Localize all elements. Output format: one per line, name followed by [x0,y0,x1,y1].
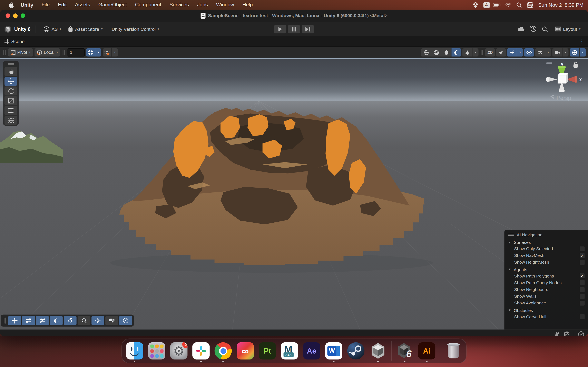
dock-word[interactable]: W [325,342,343,359]
navigation-overlay-toggle[interactable] [119,316,132,325]
grid-snap-overlay-toggle[interactable] [36,316,49,325]
control-center-icon[interactable] [526,1,534,8]
toolbar-drag-handle[interactable] [63,50,65,55]
checkbox-show-carve-hull[interactable] [579,314,585,319]
zoom-button[interactable] [21,13,25,18]
pause-button[interactable] [288,25,300,33]
dock-maya[interactable]: MAYA [281,342,298,359]
snap-increment-button[interactable] [103,48,112,57]
account-dropdown[interactable]: AS▾ [42,25,63,33]
validation-ok-icon[interactable] [578,331,584,336]
version-control-dropdown[interactable]: Unity Version Control▾ [109,25,161,33]
debug-bug-icon[interactable] [462,48,472,57]
menu-gameobject[interactable]: GameObject [94,0,131,10]
overlay-drag-handle[interactable] [4,318,6,324]
menu-app-name[interactable]: Unity [17,2,37,8]
battery-icon[interactable] [493,1,502,8]
layout-dropdown[interactable]: Layout▾ [553,25,583,33]
scene-visibility-eye-icon[interactable] [524,48,534,57]
gizmos-dropdown[interactable]: ▾ [580,48,586,57]
effects-sparkle-icon[interactable] [507,48,517,57]
overlay-drag-handle[interactable] [508,233,514,237]
dock-steam[interactable] [347,342,365,359]
menu-clock[interactable]: Sun Nov 2 8:39 PM [537,2,584,8]
menu-component[interactable]: Component [131,0,165,10]
view-hand-tool[interactable] [4,67,17,76]
search-icon[interactable] [542,26,548,32]
checkbox-show-navmesh[interactable] [579,253,585,258]
rect-tool[interactable] [4,106,17,115]
dock-finder[interactable] [126,342,144,359]
toggle-2d-view[interactable]: 2D [485,48,495,57]
checkbox-show-neighbours[interactable] [579,287,585,292]
checkbox-show-only-selected[interactable] [579,246,585,252]
menu-assets[interactable]: Assets [71,0,94,10]
grid-snap-dropdown[interactable]: ▾ [95,48,101,57]
minimize-button[interactable] [13,13,17,18]
shading-textured-icon[interactable] [451,48,461,57]
cache-disabled-icon[interactable] [564,331,570,336]
menu-help[interactable]: Help [238,0,257,10]
cameras-overlay-toggle[interactable] [105,316,118,325]
section-obstacles[interactable]: ▼Obstacles [504,307,588,313]
unity-menu-extra-icon[interactable] [471,1,480,8]
rotate-tool[interactable] [4,86,17,95]
toggle-audio-icon[interactable] [496,48,506,57]
layers-dropdown[interactable]: ▾ [545,48,551,57]
pivot-mode-dropdown[interactable]: Pivot▾ [8,48,33,57]
debug-draw-dropdown[interactable]: ▾ [472,48,478,57]
apple-menu-icon[interactable] [5,2,17,8]
close-button[interactable] [6,13,10,18]
asset-store-dropdown[interactable]: Asset Store▾ [66,25,105,33]
dock-adobe-creative-cloud[interactable]: ∞ [236,342,254,359]
dock-system-settings[interactable]: ⚙2 [170,342,188,359]
dock-trash[interactable] [444,342,462,359]
cloud-services-icon[interactable] [517,26,525,32]
section-agents[interactable]: ▼Agents [504,266,588,272]
shading-shaded-wireframe-icon[interactable] [431,48,441,57]
effects-dropdown[interactable]: ▾ [517,48,523,57]
checkbox-show-path-query-nodes[interactable] [579,280,585,286]
dock-substance-painter[interactable]: Pt [259,342,277,359]
left-axis-cone[interactable] [548,77,557,82]
menu-window[interactable]: Window [212,0,238,10]
gizmos-icon[interactable] [570,48,579,57]
step-button[interactable] [302,25,314,33]
section-surfaces[interactable]: ▼Surfaces [504,239,588,245]
dock-slack[interactable] [192,342,210,359]
orientation-overlay-toggle[interactable] [91,316,104,325]
toolbar-drag-handle[interactable] [3,50,6,55]
checkbox-show-avoidance[interactable] [579,300,585,306]
debugger-disabled-icon[interactable] [553,331,560,336]
rotation-mode-dropdown[interactable]: Local▾ [34,48,60,57]
view-options-overlay-toggle[interactable] [50,316,62,325]
toolbar-drag-handle[interactable] [481,50,483,55]
shading-solid-icon[interactable] [441,48,451,57]
play-button[interactable] [274,25,286,33]
checkbox-show-walls[interactable] [579,293,585,299]
grid-snap-button[interactable]: Y [86,48,95,57]
transform-tool[interactable] [4,116,17,125]
checkbox-show-heightmesh[interactable] [579,259,585,265]
projection-label[interactable]: Persp [551,95,571,101]
wifi-icon[interactable] [504,1,512,8]
layers-icon[interactable] [535,48,545,57]
move-tool[interactable] [4,77,17,86]
overlay-drag-handle[interactable] [8,63,14,65]
snap-increment-dropdown[interactable]: ▾ [112,48,118,57]
menu-edit[interactable]: Edit [54,0,71,10]
spotlight-search-icon[interactable] [515,1,523,8]
tool-settings-toggle[interactable] [22,316,35,325]
dock-unity-hub[interactable] [369,342,387,359]
tab-options-kebab-icon[interactable]: ⋮ [579,39,588,44]
input-source-a-icon[interactable]: A [482,1,490,8]
scale-tool[interactable] [4,96,17,105]
checkbox-show-path-polygons[interactable] [579,273,585,279]
grid-size-field[interactable] [68,48,85,57]
dock-after-effects[interactable]: Ae [303,342,320,359]
physics-debug-overlay-toggle[interactable] [64,316,76,325]
tab-scene[interactable]: Scene [0,36,29,47]
camera-dropdown[interactable]: ▾ [562,48,568,57]
dock-illustrator[interactable]: Ai [418,342,436,359]
menu-file[interactable]: File [37,0,54,10]
